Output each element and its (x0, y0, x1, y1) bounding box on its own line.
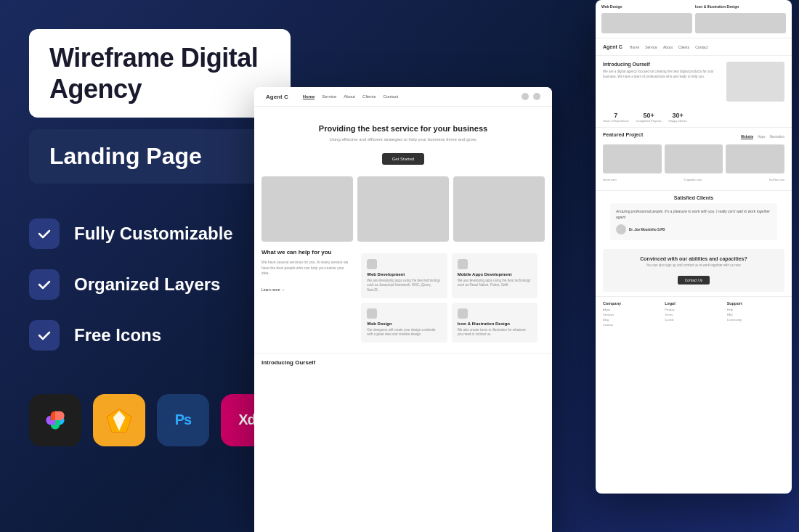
mock-nav-service: Service (322, 94, 336, 99)
sec-satisfied-clients: Satisfied Clients Amazing professional p… (596, 190, 792, 245)
mock-service-title-0: Web Development (367, 272, 441, 277)
mock-service-card-0: Web Development We are developing apps u… (361, 253, 447, 298)
mock-img-1 (261, 176, 353, 242)
sec-nav-contact: Contact (695, 45, 707, 49)
mock-img-2 (357, 176, 449, 242)
sec-footer-title-1: Legal (665, 301, 722, 306)
sec-cta-section: Convinced with our abilities and capacit… (603, 249, 784, 292)
mock-service-icon-3 (458, 308, 468, 319)
sec-author-avatar (616, 224, 626, 234)
sec-stat-num-1: 50+ (636, 112, 662, 119)
sec-footer-link-0-3: Contact (603, 323, 660, 327)
mock-navbar: Agent C Home Service About Clients Conta… (254, 87, 552, 107)
sec-footer-col-1: Legal Privacy Terms Cookie (665, 301, 722, 328)
mock-menu-icon (533, 93, 540, 100)
sec-nav-service: Service (645, 45, 657, 49)
mock-nav-links: Home Service About Clients Contact (303, 94, 398, 99)
sec-nav-links: Home Service About Clients Contact (630, 45, 708, 49)
sec-card-img-1 (601, 13, 692, 33)
feature-label-2: Free Icons (74, 325, 161, 345)
mock-learn-more[interactable]: Learn more → (261, 287, 285, 292)
sec-footer-link-0-1: Services (603, 313, 660, 316)
sec-projects-grid (603, 144, 784, 173)
feature-label-1: Organized Layers (74, 274, 220, 295)
sec-hero-area: Introducing Ourself We are a digital age… (596, 56, 792, 107)
sec-projects-title: Featured Project (603, 132, 643, 137)
mock-introducing-section: Introducing Ourself (254, 353, 552, 376)
mock-service-title-3: Icon & Illustration Design (458, 322, 532, 326)
sec-cta-button[interactable]: Contact Us (678, 276, 710, 285)
mock-hero-title: Providing the best service for your busi… (266, 124, 540, 133)
sec-client-2: louFan.com (769, 178, 784, 181)
sec-cta-title: Convinced with our abilities and capacit… (610, 256, 777, 261)
sec-stat-label-0: Years of Experience (603, 119, 629, 123)
sec-stat-2: 30+ Happy Clients (669, 112, 687, 123)
mock-service-card-1: Mobile Apps Development We are developin… (452, 253, 538, 298)
sec-client-logos: lorem.com Crupweb.com louFan.com (603, 178, 784, 181)
sec-footer-link-0-0: About (603, 308, 660, 311)
mock-nav-contact: Contact (383, 94, 398, 99)
mock-logo: Agent C (266, 94, 288, 100)
sec-stat-0: 7 Years of Experience (603, 112, 629, 123)
mock-nav-clients: Clients (362, 94, 376, 99)
mock-nav-icons (522, 93, 540, 100)
sec-hero-text: Introducing Ourself We are a digital age… (603, 62, 721, 102)
sec-tab-apps[interactable]: Apps (758, 135, 765, 139)
mock-img-3 (453, 176, 545, 242)
sec-stat-num-0: 7 (603, 112, 629, 119)
sec-footer-link-0-2: Blog (603, 318, 660, 322)
mock-service-icon-1 (458, 259, 468, 269)
sec-tab-website[interactable]: Website (741, 135, 753, 139)
sec-footer-title-2: Support (727, 301, 784, 306)
sec-stat-label-2: Happy Clients (669, 119, 687, 123)
sec-nav-home: Home (630, 45, 639, 49)
mock-service-title-2: Web Design (367, 322, 441, 326)
sec-footer-col-2: Support Help FAQ Community (727, 301, 784, 328)
sec-footer: Company About Services Blog Contact Lega… (596, 296, 792, 332)
sec-top-cards: Web Design Icon & Illustration Design (596, 0, 792, 38)
sec-tab-illustration[interactable]: Illustration (769, 135, 784, 139)
sec-navbar: Agent C Home Service About Clients Conta… (596, 38, 792, 56)
check-icon-0 (29, 218, 60, 249)
mock-service-desc-3: We also create icons or illustration for… (458, 328, 532, 337)
sec-top-card-icon: Icon & Illustration Design (695, 4, 786, 10)
sec-testimonial: Amazing professional people. It's a plea… (610, 203, 777, 240)
sec-introducing-desc: We are a digital agency focused on creat… (603, 70, 721, 80)
sec-card-images (601, 13, 786, 33)
mock-services-text: What we can help for you We have several… (261, 249, 349, 347)
mock-service-icon-2 (367, 308, 377, 319)
sec-projects-header: Featured Project Website Apps Illustrati… (603, 132, 784, 142)
mock-service-card-2: Web Design Our designers will create you… (361, 303, 447, 343)
photoshop-icon[interactable]: Ps (157, 394, 209, 446)
sec-introducing-title: Introducing Ourself (603, 62, 721, 67)
sec-webdesign-title: Web Design (601, 4, 692, 9)
mock-introducing-title: Introducing Ourself (261, 359, 545, 366)
sec-footer-link-2-1: FAQ (727, 313, 784, 316)
mock-services-section: What we can help for you We have several… (254, 249, 552, 353)
sec-nav-about: About (663, 45, 673, 49)
mock-service-desc-1: We are developing apps using the best te… (458, 279, 532, 288)
sec-stat-num-2: 30+ (669, 112, 687, 119)
sec-hero-image (726, 62, 784, 102)
mock-nav-about: About (344, 94, 355, 99)
mock-cta-button[interactable]: Get Started (382, 153, 425, 165)
sec-testimonial-author: Dr. Joe Mouninho S.PD (616, 224, 771, 234)
right-panel: Agent C Home Service About Clients Conta… (247, 0, 799, 532)
mock-hero-subtitle: Using effective and efficient strategies… (266, 137, 540, 142)
sec-satisfied-title: Satisfied Clients (603, 195, 784, 200)
sec-footer-link-1-2: Cookie (665, 318, 722, 322)
mock-service-icon-0 (367, 259, 377, 269)
sec-stat-label-1: Completed Projects (636, 119, 662, 123)
figma-icon[interactable] (29, 394, 81, 446)
sec-project-img-2 (726, 144, 784, 173)
sec-stat-1: 50+ Completed Projects (636, 112, 662, 123)
sketch-icon[interactable] (93, 394, 145, 446)
mock-services-grid: Web Development We are developing apps u… (354, 249, 545, 347)
mock-search-icon (522, 93, 529, 100)
mockup-secondary: Web Design Icon & Illustration Design Ag… (596, 0, 792, 494)
sec-top-card-webdesign: Web Design (601, 4, 692, 10)
main-title: Wireframe Digital Agency (49, 42, 270, 105)
sec-testimonial-text: Amazing professional people. It's a plea… (616, 209, 771, 220)
mock-service-title-1: Mobile Apps Development (458, 272, 532, 277)
mock-nav-home: Home (303, 94, 315, 99)
